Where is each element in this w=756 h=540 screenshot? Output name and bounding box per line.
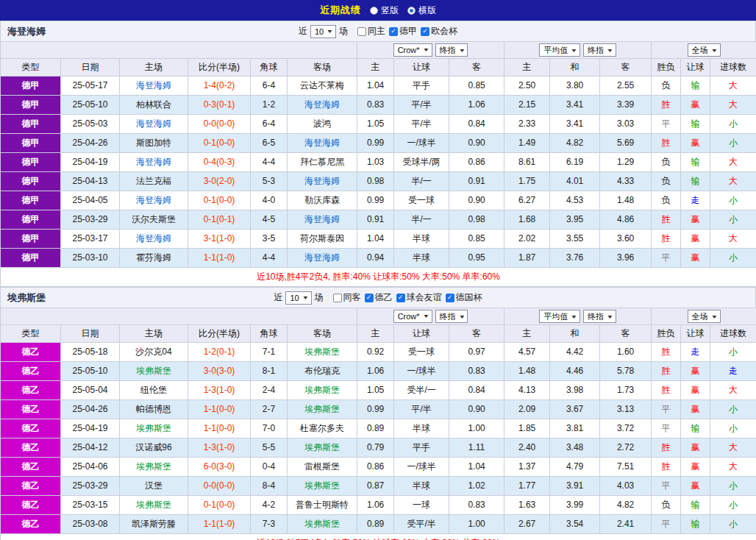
away-team-cell[interactable]: 拜仁慕尼黑 bbox=[288, 153, 357, 172]
avg-home-odds-cell: 1.49 bbox=[504, 134, 550, 153]
away-team-cell[interactable]: 海登海姆 bbox=[288, 172, 357, 191]
home-team-cell[interactable]: 法兰克福 bbox=[120, 172, 188, 191]
bookmaker-select[interactable]: Crow* ▼ bbox=[393, 310, 432, 323]
view-mode-options: 竖版横版 bbox=[370, 4, 436, 17]
competition-filter[interactable]: ✓球会友谊 bbox=[396, 291, 442, 304]
handicap-result-cell: 赢 bbox=[681, 134, 710, 153]
handicap-cell: 平手 bbox=[394, 77, 449, 96]
score-cell: 1-2(0-1) bbox=[188, 343, 251, 362]
away-odds-cell: 0.90 bbox=[449, 134, 504, 153]
away-team-cell[interactable]: 埃弗斯堡 bbox=[288, 438, 357, 458]
competition-filters: 同客✓德乙✓球会友谊✓德国杯 bbox=[329, 291, 482, 304]
avg-draw-odds-cell: 4.42 bbox=[550, 343, 600, 362]
results-table: Crow* ▼ 终指 ▼ 平均值 ▼ 终指 ▼ bbox=[0, 41, 756, 287]
away-team-cell[interactable]: 海登海姆 bbox=[288, 134, 357, 153]
home-team-cell[interactable]: 斯图加特 bbox=[120, 134, 188, 153]
avg-away-odds-cell: 1.60 bbox=[600, 343, 652, 362]
away-team-cell[interactable]: 埃弗斯堡 bbox=[288, 477, 357, 496]
goals-result-cell: 小 bbox=[710, 400, 756, 419]
score-cell: 6-0(3-0) bbox=[188, 458, 251, 477]
home-team-cell[interactable]: 埃弗斯堡 bbox=[120, 419, 188, 438]
date-cell: 25-04-05 bbox=[61, 191, 120, 210]
match-result-cell: 胜 bbox=[652, 343, 681, 362]
league-cell: 德乙 bbox=[1, 515, 61, 534]
home-team-cell[interactable]: 海登海姆 bbox=[120, 153, 188, 172]
away-team-cell[interactable]: 埃弗斯堡 bbox=[288, 515, 357, 534]
column-headers-row: 类型 日期 主场 比分(半场) 角球 客场 主 让球 客 主 和 客 胜负 让球… bbox=[1, 325, 756, 343]
home-team-cell[interactable]: 埃弗斯堡 bbox=[120, 496, 188, 515]
away-team-cell[interactable]: 海登海姆 bbox=[288, 249, 357, 268]
handicap-index-select[interactable]: 终指 ▼ bbox=[435, 43, 468, 57]
avg-draw-odds-cell: 3.41 bbox=[550, 115, 600, 134]
bookmaker-select[interactable]: Crow* ▼ bbox=[393, 43, 432, 57]
away-team-cell[interactable]: 埃弗斯堡 bbox=[288, 400, 357, 419]
home-team-cell[interactable]: 海登海姆 bbox=[120, 77, 188, 96]
view-option-vertical[interactable]: 竖版 bbox=[370, 4, 399, 17]
view-option-horizontal[interactable]: 横版 bbox=[407, 4, 436, 17]
away-odds-cell: 1.11 bbox=[449, 438, 504, 458]
avg-away-odds-cell: 5.69 bbox=[600, 134, 652, 153]
competition-filter[interactable]: 同客 bbox=[333, 291, 361, 304]
chevron-down-icon: ▼ bbox=[571, 48, 578, 53]
selectors-row: Crow* ▼ 终指 ▼ 平均值 ▼ 终指 ▼ bbox=[1, 308, 756, 325]
home-team-cell[interactable]: 埃弗斯堡 bbox=[120, 362, 188, 381]
goals-result-cell: 大 bbox=[710, 230, 756, 249]
home-team-cell[interactable]: 柏林联合 bbox=[120, 96, 188, 115]
avg-home-odds-cell: 1.37 bbox=[504, 458, 550, 477]
home-odds-cell: 0.87 bbox=[357, 477, 394, 496]
away-team-cell[interactable]: 云达不莱梅 bbox=[288, 77, 357, 96]
average-select[interactable]: 平均值 ▼ bbox=[539, 43, 580, 57]
home-team-cell[interactable]: 沃尔夫斯堡 bbox=[120, 210, 188, 230]
competition-filter[interactable]: ✓德国杯 bbox=[446, 291, 482, 304]
home-team-cell[interactable]: 海登海姆 bbox=[120, 230, 188, 249]
avg-away-odds-cell: 3.03 bbox=[600, 115, 652, 134]
match-count-select[interactable]: 10 ▼ bbox=[285, 291, 311, 305]
home-team-cell[interactable]: 海登海姆 bbox=[120, 115, 188, 134]
home-team-cell[interactable]: 埃弗斯堡 bbox=[120, 458, 188, 477]
match-count-select[interactable]: 10 ▼ bbox=[310, 25, 336, 38]
away-team-cell[interactable]: 雷根斯堡 bbox=[288, 458, 357, 477]
col-result: 胜负 bbox=[652, 59, 681, 77]
europe-index-select[interactable]: 终指 ▼ bbox=[583, 310, 616, 323]
avg-home-odds-cell: 1.68 bbox=[504, 210, 550, 230]
away-team-cell[interactable]: 埃弗斯堡 bbox=[288, 343, 357, 362]
home-team-cell[interactable]: 霍芬海姆 bbox=[120, 249, 188, 268]
handicap-index-select[interactable]: 终指 ▼ bbox=[435, 310, 468, 323]
scope-select[interactable]: 全场 ▼ bbox=[688, 43, 721, 57]
home-team-cell[interactable]: 帕德博恩 bbox=[120, 400, 188, 419]
away-team-cell[interactable]: 勒沃库森 bbox=[288, 191, 357, 210]
col-home: 主场 bbox=[120, 325, 188, 343]
competition-filter[interactable]: ✓欧会杯 bbox=[421, 25, 457, 38]
chevron-down-icon: ▼ bbox=[327, 29, 334, 34]
home-team-cell[interactable]: 纽伦堡 bbox=[120, 381, 188, 400]
europe-index-select[interactable]: 终指 ▼ bbox=[583, 43, 616, 57]
goals-result-cell: 小 bbox=[710, 191, 756, 210]
home-team-cell[interactable]: 沙尔克04 bbox=[120, 343, 188, 362]
home-team-cell[interactable]: 海登海姆 bbox=[120, 191, 188, 210]
competition-filter[interactable]: ✓德甲 bbox=[389, 25, 417, 38]
competition-filter[interactable]: 同主 bbox=[357, 25, 385, 38]
away-team-cell[interactable]: 海登海姆 bbox=[288, 210, 357, 230]
goals-result-cell: 小 bbox=[710, 496, 756, 515]
away-team-cell[interactable]: 海登海姆 bbox=[288, 96, 357, 115]
average-select[interactable]: 平均值 ▼ bbox=[539, 310, 580, 323]
score-cell: 3-0(2-0) bbox=[188, 172, 251, 191]
handicap-cell: 一/球半 bbox=[394, 134, 449, 153]
away-team-cell[interactable]: 布伦瑞克 bbox=[288, 362, 357, 381]
competition-filter[interactable]: ✓德乙 bbox=[365, 291, 393, 304]
scope-select[interactable]: 全场 ▼ bbox=[688, 310, 721, 323]
away-team-cell[interactable]: 荷尔斯泰因 bbox=[288, 230, 357, 249]
away-team-cell[interactable]: 普鲁士明斯特 bbox=[288, 496, 357, 515]
away-team-cell[interactable]: 杜塞尔多夫 bbox=[288, 419, 357, 438]
home-team-cell[interactable]: 凯泽斯劳滕 bbox=[120, 515, 188, 534]
away-team-cell[interactable]: 波鸿 bbox=[288, 115, 357, 134]
summary-row: 近10场,胜4平2负4, 胜率:40% 让球率:50% 大率:50% 单率:60… bbox=[1, 268, 756, 287]
corners-cell: 2-4 bbox=[251, 381, 288, 400]
avg-home-odds-cell: 1.75 bbox=[504, 172, 550, 191]
away-team-cell[interactable]: 埃弗斯堡 bbox=[288, 381, 357, 400]
home-team-cell[interactable]: 汉诺威96 bbox=[120, 438, 188, 458]
avg-home-odds-cell: 4.13 bbox=[504, 381, 550, 400]
goals-result-cell: 小 bbox=[710, 515, 756, 534]
home-team-cell[interactable]: 汉堡 bbox=[120, 477, 188, 496]
col-odds-home: 主 bbox=[357, 59, 394, 77]
